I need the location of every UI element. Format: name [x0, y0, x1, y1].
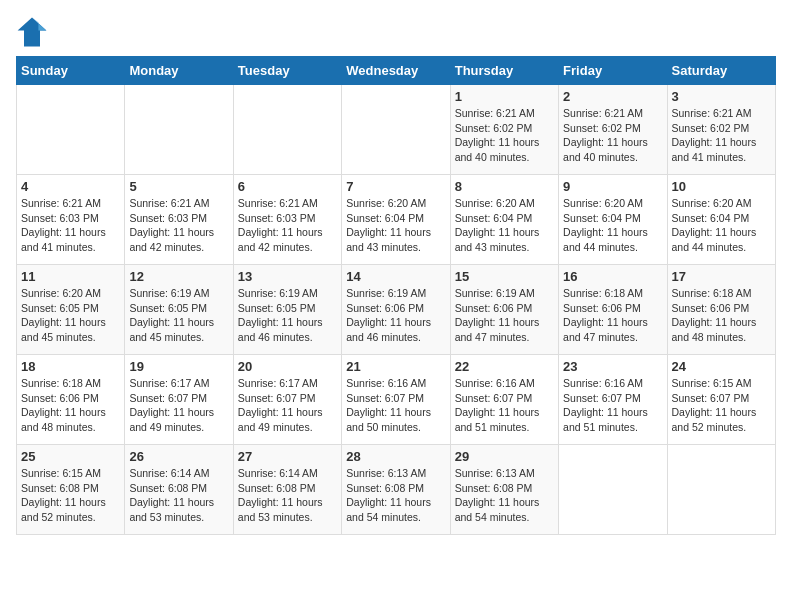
day-number: 9 [563, 179, 662, 194]
day-number: 6 [238, 179, 337, 194]
calendar-table: SundayMondayTuesdayWednesdayThursdayFrid… [16, 56, 776, 535]
calendar-cell: 12Sunrise: 6:19 AMSunset: 6:05 PMDayligh… [125, 265, 233, 355]
day-number: 1 [455, 89, 554, 104]
day-detail: Sunrise: 6:18 AMSunset: 6:06 PMDaylight:… [563, 286, 662, 345]
day-detail: Sunrise: 6:17 AMSunset: 6:07 PMDaylight:… [129, 376, 228, 435]
day-number: 7 [346, 179, 445, 194]
calendar-cell [667, 445, 775, 535]
day-number: 21 [346, 359, 445, 374]
day-number: 22 [455, 359, 554, 374]
day-detail: Sunrise: 6:21 AMSunset: 6:03 PMDaylight:… [21, 196, 120, 255]
day-detail: Sunrise: 6:16 AMSunset: 6:07 PMDaylight:… [563, 376, 662, 435]
logo [16, 16, 52, 48]
week-row-1: 4Sunrise: 6:21 AMSunset: 6:03 PMDaylight… [17, 175, 776, 265]
calendar-cell: 22Sunrise: 6:16 AMSunset: 6:07 PMDayligh… [450, 355, 558, 445]
day-detail: Sunrise: 6:13 AMSunset: 6:08 PMDaylight:… [346, 466, 445, 525]
calendar-cell: 7Sunrise: 6:20 AMSunset: 6:04 PMDaylight… [342, 175, 450, 265]
calendar-cell: 26Sunrise: 6:14 AMSunset: 6:08 PMDayligh… [125, 445, 233, 535]
calendar-body: 1Sunrise: 6:21 AMSunset: 6:02 PMDaylight… [17, 85, 776, 535]
day-detail: Sunrise: 6:21 AMSunset: 6:02 PMDaylight:… [455, 106, 554, 165]
day-detail: Sunrise: 6:13 AMSunset: 6:08 PMDaylight:… [455, 466, 554, 525]
day-number: 4 [21, 179, 120, 194]
day-number: 25 [21, 449, 120, 464]
week-row-0: 1Sunrise: 6:21 AMSunset: 6:02 PMDaylight… [17, 85, 776, 175]
calendar-cell: 11Sunrise: 6:20 AMSunset: 6:05 PMDayligh… [17, 265, 125, 355]
calendar-cell: 8Sunrise: 6:20 AMSunset: 6:04 PMDaylight… [450, 175, 558, 265]
calendar-cell: 16Sunrise: 6:18 AMSunset: 6:06 PMDayligh… [559, 265, 667, 355]
calendar-cell: 27Sunrise: 6:14 AMSunset: 6:08 PMDayligh… [233, 445, 341, 535]
calendar-cell: 2Sunrise: 6:21 AMSunset: 6:02 PMDaylight… [559, 85, 667, 175]
day-detail: Sunrise: 6:15 AMSunset: 6:07 PMDaylight:… [672, 376, 771, 435]
day-detail: Sunrise: 6:18 AMSunset: 6:06 PMDaylight:… [21, 376, 120, 435]
day-number: 10 [672, 179, 771, 194]
day-detail: Sunrise: 6:18 AMSunset: 6:06 PMDaylight:… [672, 286, 771, 345]
day-number: 14 [346, 269, 445, 284]
day-detail: Sunrise: 6:15 AMSunset: 6:08 PMDaylight:… [21, 466, 120, 525]
day-number: 19 [129, 359, 228, 374]
calendar-cell: 19Sunrise: 6:17 AMSunset: 6:07 PMDayligh… [125, 355, 233, 445]
calendar-cell [559, 445, 667, 535]
day-number: 28 [346, 449, 445, 464]
day-number: 5 [129, 179, 228, 194]
calendar-cell: 14Sunrise: 6:19 AMSunset: 6:06 PMDayligh… [342, 265, 450, 355]
calendar-cell: 6Sunrise: 6:21 AMSunset: 6:03 PMDaylight… [233, 175, 341, 265]
calendar-cell: 5Sunrise: 6:21 AMSunset: 6:03 PMDaylight… [125, 175, 233, 265]
day-number: 23 [563, 359, 662, 374]
week-row-2: 11Sunrise: 6:20 AMSunset: 6:05 PMDayligh… [17, 265, 776, 355]
calendar-cell: 1Sunrise: 6:21 AMSunset: 6:02 PMDaylight… [450, 85, 558, 175]
day-detail: Sunrise: 6:20 AMSunset: 6:05 PMDaylight:… [21, 286, 120, 345]
calendar-cell: 9Sunrise: 6:20 AMSunset: 6:04 PMDaylight… [559, 175, 667, 265]
calendar-cell: 20Sunrise: 6:17 AMSunset: 6:07 PMDayligh… [233, 355, 341, 445]
header-day-saturday: Saturday [667, 57, 775, 85]
calendar-cell: 18Sunrise: 6:18 AMSunset: 6:06 PMDayligh… [17, 355, 125, 445]
header-day-monday: Monday [125, 57, 233, 85]
day-detail: Sunrise: 6:19 AMSunset: 6:06 PMDaylight:… [455, 286, 554, 345]
calendar-cell: 17Sunrise: 6:18 AMSunset: 6:06 PMDayligh… [667, 265, 775, 355]
calendar-cell: 13Sunrise: 6:19 AMSunset: 6:05 PMDayligh… [233, 265, 341, 355]
header-day-thursday: Thursday [450, 57, 558, 85]
day-number: 17 [672, 269, 771, 284]
day-detail: Sunrise: 6:20 AMSunset: 6:04 PMDaylight:… [455, 196, 554, 255]
day-number: 2 [563, 89, 662, 104]
calendar-header: SundayMondayTuesdayWednesdayThursdayFrid… [17, 57, 776, 85]
calendar-cell: 28Sunrise: 6:13 AMSunset: 6:08 PMDayligh… [342, 445, 450, 535]
day-number: 29 [455, 449, 554, 464]
day-number: 3 [672, 89, 771, 104]
day-number: 20 [238, 359, 337, 374]
header-day-sunday: Sunday [17, 57, 125, 85]
day-detail: Sunrise: 6:21 AMSunset: 6:02 PMDaylight:… [672, 106, 771, 165]
week-row-3: 18Sunrise: 6:18 AMSunset: 6:06 PMDayligh… [17, 355, 776, 445]
header-row: SundayMondayTuesdayWednesdayThursdayFrid… [17, 57, 776, 85]
calendar-cell: 21Sunrise: 6:16 AMSunset: 6:07 PMDayligh… [342, 355, 450, 445]
day-detail: Sunrise: 6:21 AMSunset: 6:03 PMDaylight:… [238, 196, 337, 255]
day-detail: Sunrise: 6:21 AMSunset: 6:02 PMDaylight:… [563, 106, 662, 165]
calendar-cell: 24Sunrise: 6:15 AMSunset: 6:07 PMDayligh… [667, 355, 775, 445]
calendar-cell: 23Sunrise: 6:16 AMSunset: 6:07 PMDayligh… [559, 355, 667, 445]
day-number: 27 [238, 449, 337, 464]
svg-marker-0 [18, 18, 47, 47]
day-number: 11 [21, 269, 120, 284]
day-detail: Sunrise: 6:14 AMSunset: 6:08 PMDaylight:… [129, 466, 228, 525]
day-number: 12 [129, 269, 228, 284]
day-number: 24 [672, 359, 771, 374]
week-row-4: 25Sunrise: 6:15 AMSunset: 6:08 PMDayligh… [17, 445, 776, 535]
calendar-cell: 25Sunrise: 6:15 AMSunset: 6:08 PMDayligh… [17, 445, 125, 535]
day-detail: Sunrise: 6:20 AMSunset: 6:04 PMDaylight:… [563, 196, 662, 255]
day-detail: Sunrise: 6:14 AMSunset: 6:08 PMDaylight:… [238, 466, 337, 525]
day-number: 18 [21, 359, 120, 374]
day-number: 13 [238, 269, 337, 284]
page-header [16, 16, 776, 48]
header-day-tuesday: Tuesday [233, 57, 341, 85]
calendar-cell: 29Sunrise: 6:13 AMSunset: 6:08 PMDayligh… [450, 445, 558, 535]
day-number: 8 [455, 179, 554, 194]
day-detail: Sunrise: 6:19 AMSunset: 6:05 PMDaylight:… [238, 286, 337, 345]
calendar-cell: 4Sunrise: 6:21 AMSunset: 6:03 PMDaylight… [17, 175, 125, 265]
calendar-cell [17, 85, 125, 175]
calendar-cell [125, 85, 233, 175]
day-detail: Sunrise: 6:20 AMSunset: 6:04 PMDaylight:… [672, 196, 771, 255]
calendar-cell: 15Sunrise: 6:19 AMSunset: 6:06 PMDayligh… [450, 265, 558, 355]
day-detail: Sunrise: 6:16 AMSunset: 6:07 PMDaylight:… [455, 376, 554, 435]
day-detail: Sunrise: 6:19 AMSunset: 6:06 PMDaylight:… [346, 286, 445, 345]
day-number: 16 [563, 269, 662, 284]
calendar-cell: 3Sunrise: 6:21 AMSunset: 6:02 PMDaylight… [667, 85, 775, 175]
